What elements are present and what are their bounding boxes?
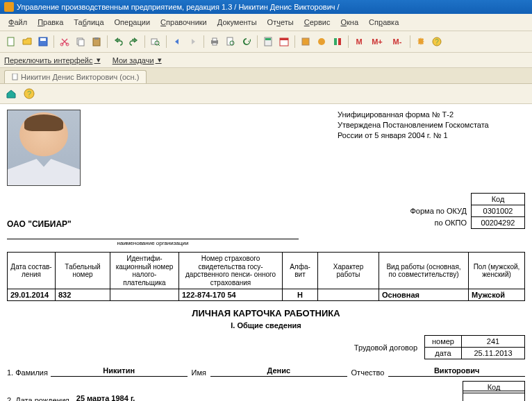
copy-icon[interactable] — [74, 35, 88, 49]
name-label: Имя — [188, 368, 210, 377]
menu-service[interactable]: Сервис — [300, 16, 335, 28]
refresh-icon[interactable] — [240, 35, 253, 49]
settings-icon[interactable] — [414, 35, 428, 49]
svg-rect-0 — [8, 37, 14, 46]
menu-edit[interactable]: Правка — [33, 16, 67, 28]
print-icon[interactable] — [208, 35, 222, 49]
okud-okpo-box: Код Форма по ОКУД0301002 по ОКПО00204292 — [405, 193, 526, 229]
patronymic-label: Отчество — [347, 368, 389, 377]
kod-header: Код — [472, 194, 525, 205]
find-icon[interactable] — [149, 35, 163, 49]
document-tab[interactable]: Никитин Денис Викторович (осн.) — [4, 70, 147, 83]
memory-mplus[interactable]: M+ — [368, 35, 386, 49]
tab-bar: Никитин Денис Викторович (осн.) — [0, 68, 532, 84]
svg-rect-13 — [213, 43, 217, 45]
menu-table[interactable]: Таблица — [69, 16, 108, 28]
window-title: Управление производственным предприятием… — [17, 3, 340, 11]
dob-code-box — [463, 391, 525, 401]
tool2-icon[interactable] — [315, 35, 329, 49]
help-icon[interactable]: ? — [430, 35, 444, 49]
menu-references[interactable]: Справочники — [156, 16, 211, 28]
sub-toolbar: Переключить интерфейс ▾ Мои задачи ▾ — [0, 53, 532, 68]
svg-rect-12 — [213, 38, 217, 41]
preview-icon[interactable] — [224, 35, 238, 49]
home-icon[interactable] — [4, 87, 18, 101]
svg-text:?: ? — [27, 89, 31, 98]
surname-label: 1. Фамилия — [7, 368, 51, 377]
title-bar: Управление производственным предприятием… — [0, 0, 532, 14]
svg-point-21 — [318, 38, 325, 45]
tool1-icon[interactable] — [299, 35, 313, 49]
tool3-icon[interactable] — [331, 35, 344, 49]
back-icon[interactable] — [170, 35, 184, 49]
memory-mminus[interactable]: M- — [388, 35, 406, 49]
dob-value: 25 марта 1984 г. — [72, 394, 340, 401]
menu-reports[interactable]: Отчеты — [263, 16, 298, 28]
redo-icon[interactable] — [127, 35, 141, 49]
save-icon[interactable] — [36, 35, 50, 49]
dob-label: 2. Дата рождения — [7, 396, 72, 401]
app-logo-icon — [4, 2, 14, 12]
employee-photo — [7, 110, 81, 186]
menu-bar: Файл Правка Таблица Операции Справочники… — [0, 14, 532, 31]
patronymic-value: Викторович — [388, 366, 525, 377]
help2-icon[interactable]: ? — [22, 87, 36, 101]
main-toolbar: M M+ M- ? — [0, 31, 532, 53]
svg-rect-20 — [302, 38, 309, 45]
svg-rect-9 — [151, 39, 157, 44]
main-info-table: Дата состав- ления Табельный номер Идент… — [7, 252, 525, 301]
main-info-row: 29.01.2014 832 122-874-170 54 Н Основная… — [8, 289, 525, 301]
paste-icon[interactable] — [90, 35, 103, 49]
okud-value: 0301002 — [472, 205, 525, 217]
contract-number: 241 — [462, 336, 525, 348]
svg-rect-26 — [13, 74, 17, 80]
memory-m[interactable]: M — [352, 35, 366, 49]
calc-icon[interactable] — [261, 35, 275, 49]
undo-icon[interactable] — [111, 35, 125, 49]
contract-box: номер241 дата25.11.2013 — [424, 335, 525, 359]
menu-file[interactable]: Файл — [4, 16, 31, 28]
form-reference: Унифицированная форма № Т-2 Утверждена П… — [338, 110, 525, 186]
name-value: Денис — [210, 366, 347, 377]
switch-interface-link[interactable]: Переключить интерфейс ▾ — [4, 56, 101, 65]
svg-rect-19 — [280, 38, 288, 40]
org-caption: наименование организации — [7, 240, 299, 246]
svg-rect-2 — [40, 38, 46, 41]
svg-rect-22 — [334, 38, 337, 45]
forward-icon[interactable] — [186, 35, 200, 49]
menu-windows[interactable]: Окна — [336, 16, 363, 28]
svg-rect-8 — [94, 37, 99, 40]
contract-label: Трудовой договор — [354, 343, 417, 352]
surname-value: Никитин — [51, 366, 188, 377]
svg-rect-6 — [78, 40, 84, 46]
cut-icon[interactable] — [58, 35, 72, 49]
svg-rect-17 — [265, 38, 271, 40]
open-icon[interactable] — [20, 35, 34, 49]
doc-toolbar: ? — [0, 84, 532, 104]
svg-rect-23 — [338, 38, 341, 45]
menu-documents[interactable]: Документы — [213, 16, 261, 28]
contract-date: 25.11.2013 — [462, 348, 525, 359]
new-icon[interactable] — [4, 35, 18, 49]
menu-operations[interactable]: Операции — [110, 16, 154, 28]
org-name: ОАО "СИБИАР" — [7, 219, 405, 229]
document-body: Унифицированная форма № Т-2 Утверждена П… — [0, 104, 532, 401]
calendar-icon[interactable] — [277, 35, 291, 49]
section-1: I. Общие сведения — [7, 321, 525, 330]
svg-text:?: ? — [435, 38, 439, 46]
okpo-value: 00204292 — [472, 217, 525, 229]
my-tasks-link[interactable]: Мои задачи ▾ — [113, 56, 162, 65]
menu-help[interactable]: Справка — [365, 16, 403, 28]
card-title: ЛИЧНАЯ КАРТОЧКА РАБОТНИКА — [7, 308, 525, 318]
